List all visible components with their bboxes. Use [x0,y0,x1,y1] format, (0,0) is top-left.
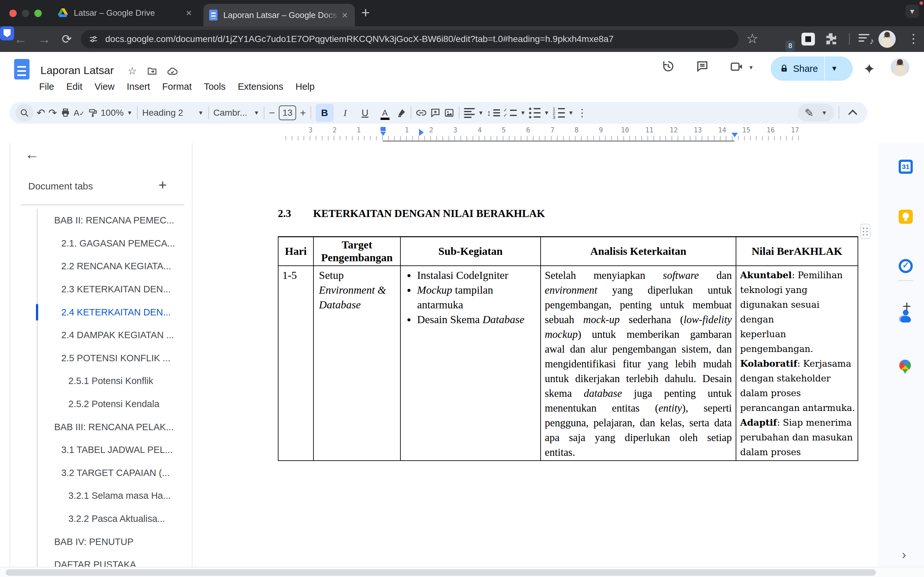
sidebar-item[interactable]: BAB IV: PENUTUP [10,530,193,553]
document-title[interactable]: Laporan Latsar [40,64,114,77]
menu-help[interactable]: Help [296,81,315,92]
site-settings-icon[interactable] [89,34,98,44]
italic-button[interactable]: I [337,104,354,122]
editing-mode-select[interactable]: ✎ ▼ [798,104,834,122]
menu-tools[interactable]: Tools [204,81,226,92]
tab-close-icon[interactable]: × [341,10,349,20]
redo-icon[interactable]: ↷ [48,104,57,122]
meet-video-icon[interactable] [730,60,744,74]
sidebar-item[interactable]: 2.5 POTENSI KONFLIK ... [10,347,193,370]
hide-side-panel-icon[interactable]: › [902,548,906,562]
share-caret-icon[interactable]: ▼ [825,64,843,73]
menu-view[interactable]: View [95,81,115,92]
paragraph-style-select[interactable]: Heading 2▼ [142,104,204,122]
sidebar-item[interactable]: 3.2.1 Selama masa Ha... [10,484,193,508]
media-controls-icon[interactable]: ♪ [859,34,869,44]
decrease-font-icon[interactable]: − [269,104,275,122]
google-docs-logo[interactable] [14,59,29,79]
sidebar-item[interactable]: 2.5.2 Potensi Kendala [10,393,193,416]
more-options-icon[interactable]: ⋮ [577,104,587,122]
text-color-button[interactable]: A [376,104,393,122]
back-icon[interactable]: ← [14,32,27,46]
undo-icon[interactable]: ↶ [37,104,45,122]
extensions-puzzle-icon[interactable] [823,31,838,46]
insert-comment-icon[interactable] [430,104,441,122]
reload-icon[interactable]: ⟳ [61,32,72,46]
bold-button-active[interactable]: B [316,104,334,122]
new-tab-button[interactable]: + [361,5,370,20]
underline-button[interactable]: U [357,104,373,122]
address-bar[interactable]: docs.google.com/document/d/1jZY1AGc7udo1… [81,30,738,48]
browser-tab-drive[interactable]: Latsar – Google Drive × [51,0,200,26]
highlight-color-button[interactable] [397,104,406,122]
sidebar-item[interactable]: 2.3 KETERKAITAN DEN... [10,278,193,301]
meet-caret-icon[interactable]: ▾ [750,63,753,71]
collapse-toolbar-icon[interactable] [844,104,862,122]
move-to-folder-icon[interactable] [147,66,157,76]
share-main[interactable]: Share [771,56,824,81]
star-document-icon[interactable]: ☆ [128,65,137,77]
menu-edit[interactable]: Edit [66,81,82,92]
account-avatar[interactable] [891,58,909,76]
spellcheck-icon[interactable]: A✓ [74,104,85,122]
right-indent-marker[interactable] [732,133,738,137]
sidebar-item[interactable]: DAFTAR PUSTAKA [10,553,193,567]
add-tab-icon[interactable]: + [158,177,167,193]
sidebar-item[interactable]: 3.1 TABEL JADWAL PEL... [10,438,193,462]
insert-image-icon[interactable] [444,104,454,122]
get-addons-icon[interactable]: + [903,298,911,315]
maps-icon[interactable] [899,359,911,372]
numbered-list-select[interactable]: 1 2 3 ▼ [553,104,574,122]
sidebar-item[interactable]: 2.4 DAMPAK KEGIATAN ... [10,324,193,347]
menu-extensions[interactable]: Extensions [238,81,283,92]
tab-stop-marker[interactable] [419,129,424,136]
menu-format[interactable]: Format [162,81,192,92]
keep-icon[interactable] [899,210,913,224]
gemini-spark-icon[interactable]: ✦ [863,60,876,77]
comments-icon[interactable] [696,60,709,73]
paint-format-icon[interactable] [88,104,97,122]
tasks-icon[interactable] [899,259,913,273]
browser-menu-icon[interactable]: ⋮ [907,31,919,45]
bookmark-star-icon[interactable]: ☆ [746,31,758,47]
window-close-button[interactable] [9,10,17,17]
font-size-input[interactable]: 13 [279,105,296,120]
forward-icon[interactable]: → [38,32,51,46]
sidebar-item-active[interactable]: 2.4 KETERKAITAN DEN... [10,301,193,324]
horizontal-scrollbar-thumb[interactable] [6,569,876,576]
browser-tab-docs-active[interactable]: Laporan Latsar – Google Docs × [204,4,355,26]
insert-link-icon[interactable] [416,104,427,122]
window-zoom-button[interactable] [34,10,42,17]
version-history-icon[interactable] [662,60,675,73]
sidebar-item[interactable]: 2.1. GAGASAN PEMECA... [10,232,193,255]
adblock-extension-icon[interactable] [0,26,14,40]
browser-profile-avatar[interactable] [879,31,896,48]
tab-search-button[interactable]: ▾ [905,5,919,18]
sidebar-item[interactable]: BAB III: RENCANA PELAK... [10,416,193,438]
menu-insert[interactable]: Insert [127,81,150,92]
sidebar-item[interactable]: 2.5.1 Potensi Konflik [10,370,193,393]
sidebar-item[interactable]: 2.2 RENCANA KEGIATA... [10,255,193,278]
cloud-saved-icon[interactable] [167,66,178,77]
align-select[interactable]: ▼ [464,104,484,122]
share-button[interactable]: Share ▼ [771,56,853,81]
bulleted-list-select[interactable]: ▼ [529,104,549,122]
window-minimize-button[interactable] [22,10,29,17]
pip-extension-icon[interactable] [801,33,815,45]
sidebar-item[interactable]: 3.2 TARGET CAPAIAN (... [10,462,193,485]
menu-file[interactable]: File [39,81,54,92]
left-indent-marker[interactable] [380,132,386,136]
search-menus-icon[interactable] [15,104,33,122]
checklist-select[interactable]: ✓ ✓ ▼ [503,104,526,122]
sidebar-item[interactable]: BAB II: RENCANA PEMEC... [10,209,193,232]
sidebar-item[interactable]: 3.2.2 Pasca Aktualisa... [10,508,193,530]
calendar-icon[interactable] [899,160,913,174]
table-drag-handle[interactable] [860,224,871,239]
line-spacing-icon[interactable]: ↕ [487,104,500,122]
first-line-indent-marker[interactable] [381,127,386,131]
font-select[interactable]: Cambr...▼ [213,104,260,122]
tab-close-icon[interactable]: × [184,8,193,18]
zoom-select[interactable]: 100%▼ [101,104,132,122]
increase-font-icon[interactable]: + [300,104,306,122]
back-arrow-icon[interactable]: ← [25,146,39,162]
